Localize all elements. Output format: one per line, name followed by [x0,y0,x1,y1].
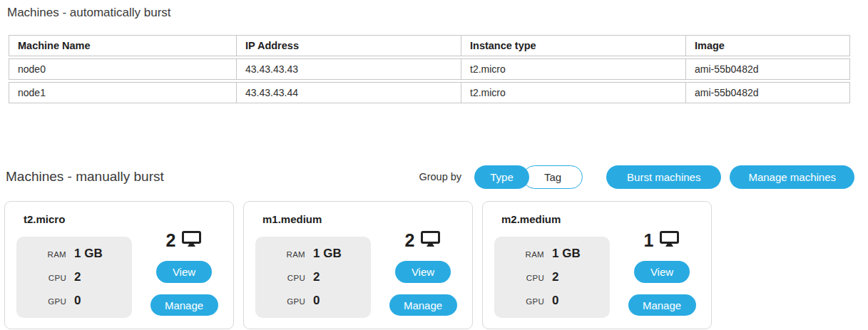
card-actions: 2 View Manage [383,230,463,318]
column-header-machine-name: Machine Name [9,36,236,56]
ram-value: 1 GB [313,247,342,261]
machine-count: 1 [644,232,654,249]
gpu-label: GPU [255,297,305,306]
gpu-value: 0 [74,294,81,308]
manage-button[interactable]: Manage [150,294,218,316]
machine-count: 2 [166,232,176,249]
cpu-label: CPU [494,274,544,282]
cpu-label: CPU [16,274,66,282]
manual-burst-header: Machines - manually burst Group by Type … [6,165,854,189]
group-by-type-button[interactable]: Type [474,165,529,189]
card-title: m2.medium [501,213,711,225]
card-title: t2.micro [24,213,233,225]
card-title: m1.medium [262,213,472,225]
monitor-icon [660,231,680,250]
column-header-instance-type: Instance type [461,36,685,56]
column-header-image: Image [685,36,849,56]
machine-type-card-m1-medium: m1.medium RAM 1 GB CPU 2 GPU 0 [243,201,473,329]
ram-value: 1 GB [74,247,103,261]
card-body: RAM 1 GB CPU 2 GPU 0 [483,228,711,318]
group-by-tag-button[interactable]: Tag [523,165,583,189]
manage-machines-button[interactable]: Manage machines [730,165,854,189]
table-header-row: Machine Name IP Address Instance type Im… [9,35,850,56]
ram-label: RAM [16,250,66,259]
machines-page: Machines - automatically burst Machine N… [0,6,868,329]
cell-machine-name: node1 [9,83,236,103]
cell-instance-type: t2.micro [461,83,685,103]
view-button[interactable]: View [634,261,690,283]
machines-table: Machine Name IP Address Instance type Im… [9,35,850,103]
specs-box: RAM 1 GB CPU 2 GPU 0 [16,237,132,318]
cpu-spec: CPU 2 [255,270,371,284]
specs-box: RAM 1 GB CPU 2 GPU 0 [494,237,610,318]
cell-machine-name: node0 [9,59,236,79]
cell-image: ami-55b0482d [685,59,849,79]
table-row: node0 43.43.43.43 t2.micro ami-55b0482d [9,58,850,80]
ram-spec: RAM 1 GB [16,247,132,261]
ram-spec: RAM 1 GB [494,247,610,261]
cell-ip-address: 43.43.43.43 [236,59,461,79]
machine-count-row: 1 [644,230,680,251]
ram-spec: RAM 1 GB [255,247,371,261]
machine-count: 2 [405,232,415,249]
cpu-spec: CPU 2 [16,270,132,284]
machine-count-row: 2 [166,230,203,251]
card-body: RAM 1 GB CPU 2 GPU 0 [244,228,472,318]
group-by-toggle: Type Tag [474,165,583,189]
monitor-icon [421,231,441,250]
auto-burst-title: Machines - automatically burst [7,6,868,20]
card-body: RAM 1 GB CPU 2 GPU 0 [5,228,233,318]
gpu-label: GPU [16,297,66,306]
gpu-spec: GPU 0 [494,294,610,308]
cpu-value: 2 [552,270,558,284]
gpu-value: 0 [552,294,558,308]
manual-burst-title: Machines - manually burst [6,169,164,185]
cell-ip-address: 43.43.43.44 [236,83,461,103]
table-row: node1 43.43.43.44 t2.micro ami-55b0482d [9,82,850,103]
gpu-value: 0 [313,294,320,308]
ram-label: RAM [255,250,305,259]
monitor-icon [182,231,202,250]
gpu-spec: GPU 0 [16,294,132,308]
machine-type-card-m2-medium: m2.medium RAM 1 GB CPU 2 GPU 0 [482,201,712,329]
auto-burst-section: Machines - automatically burst Machine N… [0,6,868,103]
manage-button[interactable]: Manage [628,294,696,316]
burst-machines-button[interactable]: Burst machines [606,165,721,189]
gpu-spec: GPU 0 [255,294,371,308]
cell-instance-type: t2.micro [461,59,685,79]
cpu-value: 2 [74,270,81,284]
cell-image: ami-55b0482d [685,83,849,103]
column-header-ip-address: IP Address [236,36,461,56]
manual-burst-section: Machines - manually burst Group by Type … [0,165,868,329]
ram-label: RAM [494,250,544,259]
view-button[interactable]: View [395,261,451,283]
card-actions: 2 View Manage [144,230,224,318]
cpu-spec: CPU 2 [494,270,610,284]
machine-type-cards: t2.micro RAM 1 GB CPU 2 GPU 0 [4,201,868,329]
group-by-label: Group by [419,171,461,182]
gpu-label: GPU [494,297,544,306]
specs-box: RAM 1 GB CPU 2 GPU 0 [255,237,371,318]
ram-value: 1 GB [552,247,581,261]
card-actions: 1 View Manage [622,230,702,318]
machine-type-card-t2-micro: t2.micro RAM 1 GB CPU 2 GPU 0 [4,201,234,329]
machine-count-row: 2 [405,230,441,251]
cpu-value: 2 [313,270,320,284]
view-button[interactable]: View [156,261,212,283]
cpu-label: CPU [255,274,305,282]
manage-button[interactable]: Manage [389,294,457,316]
